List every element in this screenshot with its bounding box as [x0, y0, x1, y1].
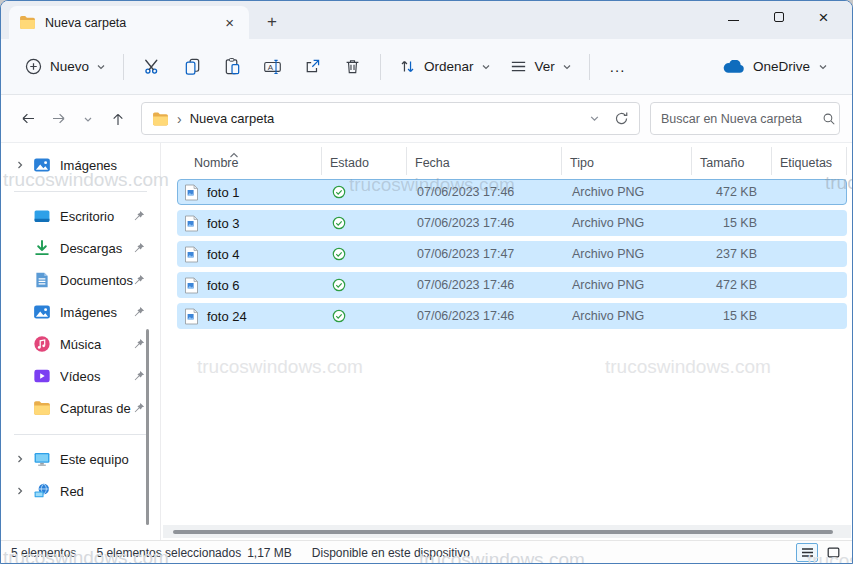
sidebar-item-imagenes[interactable]: Imágenes	[3, 151, 158, 179]
view-button-label: Ver	[535, 59, 555, 74]
availability-status: Disponible en este dispositivo	[312, 546, 470, 560]
view-button[interactable]: Ver	[500, 50, 581, 83]
forward-button[interactable]	[43, 104, 73, 134]
sidebar-item-red[interactable]: Red	[3, 477, 158, 505]
refresh-icon[interactable]	[614, 111, 629, 126]
sort-button-label: Ordenar	[424, 59, 474, 74]
share-icon	[303, 57, 322, 76]
search-input[interactable]	[661, 112, 822, 126]
file-date: 07/06/2023 17:46	[408, 216, 563, 230]
copy-button[interactable]	[172, 48, 212, 86]
file-size: 472 KB	[693, 185, 773, 199]
toolbar-divider	[380, 54, 381, 80]
breadcrumb-separator: ›	[177, 111, 182, 127]
sidebar-item-label: Imágenes	[60, 158, 158, 173]
file-name: foto 1	[207, 185, 240, 200]
new-tab-button[interactable]: +	[267, 12, 277, 32]
file-list: Nombre Estado Fecha Tipo Tamaño Etiqueta…	[161, 143, 853, 540]
search-icon[interactable]	[822, 112, 836, 126]
file-row-foto-6[interactable]: foto 6 07/06/2023 17:46 Archivo PNG 472 …	[177, 272, 847, 298]
file-name: foto 4	[207, 247, 240, 262]
file-size: 15 KB	[693, 309, 773, 323]
horizontal-scrollbar-thumb[interactable]	[173, 530, 833, 534]
navigation-pane: Imágenes Escritorio Descargas Documentos…	[1, 143, 161, 540]
sort-button[interactable]: Ordenar	[389, 50, 500, 83]
chevron-right-icon[interactable]	[15, 160, 33, 170]
share-button[interactable]	[292, 48, 332, 86]
search-box[interactable]	[650, 102, 840, 135]
tab-nueva-carpeta[interactable]: Nueva carpeta ×	[9, 6, 249, 39]
up-button[interactable]	[103, 104, 133, 134]
file-type: Archivo PNG	[563, 278, 693, 292]
chevron-down-icon	[818, 62, 828, 72]
new-button[interactable]: Nuevo	[15, 50, 115, 83]
file-row-foto-1[interactable]: foto 1 07/06/2023 17:46 Archivo PNG 472 …	[177, 179, 847, 205]
file-type: Archivo PNG	[563, 216, 693, 230]
sidebar-item-label: Música	[60, 337, 133, 352]
large-icons-view-icon	[827, 546, 840, 559]
music-icon	[33, 335, 51, 353]
pin-icon	[133, 338, 145, 350]
column-header-nombre[interactable]: Nombre	[177, 147, 322, 175]
copy-icon	[183, 57, 202, 76]
back-button[interactable]	[13, 104, 43, 134]
tab-title: Nueva carpeta	[45, 16, 220, 30]
sidebar-item-escritorio[interactable]: Escritorio	[3, 202, 158, 230]
sidebar-item-imagenes[interactable]: Imágenes	[3, 298, 158, 326]
sidebar-item-documentos[interactable]: Documentos	[3, 266, 158, 294]
address-dropdown-icon[interactable]	[589, 113, 600, 124]
rename-icon: A	[263, 57, 282, 76]
png-file-icon	[184, 277, 199, 294]
breadcrumb[interactable]: Nueva carpeta	[190, 111, 589, 126]
recent-locations-button[interactable]	[73, 104, 103, 134]
column-header-tamano[interactable]: Tamaño	[692, 147, 772, 175]
chevron-down-icon	[83, 114, 93, 124]
chevron-right-icon[interactable]	[15, 454, 33, 464]
chevron-right-icon[interactable]	[15, 486, 33, 496]
cut-button[interactable]	[132, 48, 172, 86]
sidebar-item-musica[interactable]: Música	[3, 330, 158, 358]
sidebar-item-videos[interactable]: Vídeos	[3, 362, 158, 390]
column-header-etiquetas[interactable]: Etiquetas	[772, 147, 847, 175]
file-date: 07/06/2023 17:46	[408, 185, 563, 199]
synced-check-icon	[332, 309, 346, 323]
sidebar-item-descargas[interactable]: Descargas	[3, 234, 158, 262]
toolbar-divider	[123, 54, 124, 80]
large-icons-view-button[interactable]	[822, 543, 844, 562]
sidebar-item-este-equipo[interactable]: Este equipo	[3, 445, 158, 473]
pin-icon	[133, 402, 145, 414]
onedrive-button[interactable]: OneDrive	[712, 53, 838, 80]
new-button-label: Nuevo	[50, 59, 89, 74]
horizontal-scrollbar[interactable]	[163, 525, 851, 538]
file-row-foto-24[interactable]: foto 24 07/06/2023 17:46 Archivo PNG 15 …	[177, 303, 847, 329]
rename-button[interactable]: A	[252, 48, 292, 86]
delete-button[interactable]	[332, 48, 372, 86]
paste-button[interactable]	[212, 48, 252, 86]
close-button[interactable]: ×	[801, 1, 846, 33]
videos-icon	[33, 367, 51, 385]
png-file-icon	[184, 246, 199, 263]
details-view-button[interactable]	[796, 543, 818, 562]
sidebar-scrollbar[interactable]	[146, 329, 149, 525]
file-row-foto-4[interactable]: foto 4 07/06/2023 17:47 Archivo PNG 237 …	[177, 241, 847, 267]
address-bar[interactable]: › Nueva carpeta	[141, 102, 640, 135]
tab-close-icon[interactable]: ×	[220, 14, 239, 31]
pictures-icon	[33, 156, 51, 174]
folder-icon	[33, 399, 51, 417]
column-header-estado[interactable]: Estado	[322, 147, 407, 175]
column-header-tipo[interactable]: Tipo	[562, 147, 692, 175]
sidebar-item-capturas-de-p[interactable]: Capturas de p	[3, 394, 158, 422]
sidebar-item-label: Escritorio	[60, 209, 133, 224]
file-row-foto-3[interactable]: foto 3 07/06/2023 17:46 Archivo PNG 15 K…	[177, 210, 847, 236]
chevron-down-icon	[481, 62, 491, 72]
maximize-button[interactable]	[756, 1, 801, 33]
more-options-button[interactable]: ...	[598, 58, 638, 75]
synced-check-icon	[332, 185, 346, 199]
column-headers: Nombre Estado Fecha Tipo Tamaño Etiqueta…	[177, 147, 847, 175]
folder-icon	[19, 14, 36, 31]
minimize-button[interactable]	[711, 1, 756, 33]
onedrive-cloud-icon	[722, 60, 745, 74]
column-header-fecha[interactable]: Fecha	[407, 147, 562, 175]
status-bar: 5 elementos 5 elementos seleccionados 1,…	[1, 540, 852, 564]
file-size: 15 KB	[693, 216, 773, 230]
